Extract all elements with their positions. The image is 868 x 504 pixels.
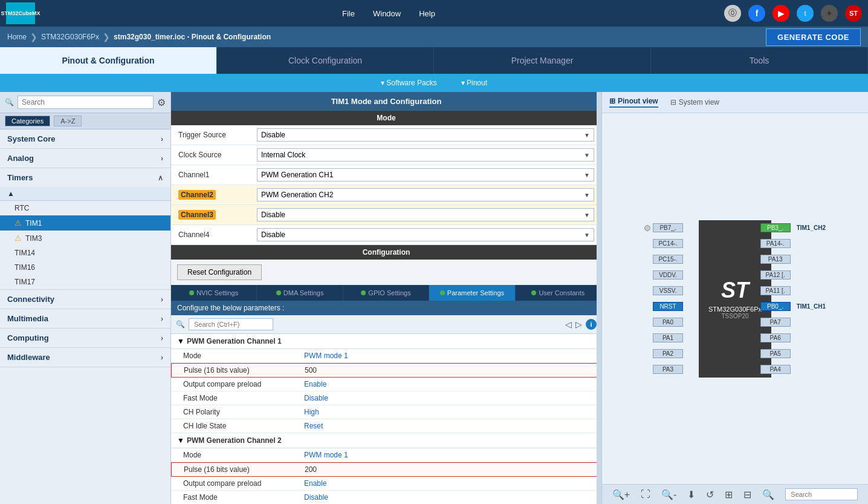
pin-box-pc15: PC15-. [653, 255, 683, 264]
sidebar-item-tim14[interactable]: TIM14 [0, 246, 170, 260]
pwm-ch1-preload-name: Output compare preload [183, 380, 304, 388]
param-right-arrow-icon[interactable]: ▷ [575, 319, 582, 329]
sidebar-group-header-computing[interactable]: Computing › [0, 329, 170, 347]
sub-bar-pinout[interactable]: ▾ Pinout [461, 79, 487, 87]
menu-help[interactable]: Help [419, 9, 435, 18]
pwm-ch1-pulse-row[interactable]: Pulse (16 bits value) 500 [171, 363, 601, 378]
tab-parameter-settings[interactable]: Parameter Settings [429, 285, 515, 301]
reset-configuration-button[interactable]: Reset Configuration [177, 264, 262, 280]
pinout-view-label: Pinout view [618, 97, 658, 105]
generate-code-button[interactable]: GENERATE CODE [766, 28, 861, 46]
icon-st[interactable]: ST [845, 5, 862, 22]
pwm-ch1-polarity-row: CH Polarity High [171, 405, 601, 419]
chip-search-input[interactable] [785, 488, 858, 500]
info-icon[interactable]: i [586, 319, 597, 330]
breadcrumb-device[interactable]: STM32G030F6Px [41, 33, 99, 41]
sidebar-group-header-middleware[interactable]: Middleware › [0, 348, 170, 367]
menu-file[interactable]: File [342, 9, 355, 18]
channel4-select[interactable]: Disable ▼ [257, 228, 594, 241]
icon-anniversary[interactable]: ⓪ [724, 5, 741, 22]
pwm-ch1-pulse-name: Pulse (16 bits value) [184, 366, 305, 375]
channel4-value: Disable [261, 231, 285, 239]
sidebar-item-tim1[interactable]: ⚠ TIM1 [0, 215, 170, 231]
icon-youtube[interactable]: ▶ [772, 5, 789, 22]
sidebar-item-tim17[interactable]: TIM17 [0, 275, 170, 289]
zoom-out-icon[interactable]: 🔍- [661, 489, 676, 500]
icon-network[interactable]: ✦ [821, 5, 838, 22]
chip-search-icon[interactable]: 🔍 [762, 489, 774, 500]
tab-user-constants[interactable]: User Constants [516, 285, 601, 301]
export-icon[interactable]: ⬇ [687, 489, 695, 500]
channel3-highlight: Channel3 [178, 210, 216, 220]
chevron-down-icon-timers: ∧ [158, 174, 163, 182]
dma-dot [276, 290, 281, 295]
breadcrumb-home[interactable]: Home [7, 33, 27, 41]
view-tabs: ⊞ Pinout view ⊟ System view [602, 92, 868, 113]
trigger-source-select[interactable]: Disable ▼ [257, 128, 594, 142]
tab-nvic-settings[interactable]: NVIC Settings [171, 285, 257, 301]
pin-box-pc14: PC14-. [653, 239, 683, 248]
pin-pa4: PA4 [760, 365, 826, 374]
center-scrollbar[interactable] [597, 92, 601, 504]
sidebar-group-header-analog[interactable]: Analog › [0, 149, 170, 168]
pwm-channel1-header[interactable]: ▼ PWM Generation Channel 1 [171, 334, 601, 349]
zoom-in-icon[interactable]: 🔍+ [612, 489, 630, 500]
breadcrumb-file[interactable]: stm32g030_timer.ioc - Pinout & Configura… [114, 33, 271, 41]
sidebar-group-header-system-core[interactable]: System Core › [0, 129, 170, 148]
gpio-dot [361, 290, 366, 295]
channel2-value: PWM Generation CH2 [261, 191, 333, 199]
channel2-highlight: Channel2 [178, 190, 216, 200]
channel1-select[interactable]: PWM Generation CH1 ▼ [257, 168, 594, 182]
layout-icon[interactable]: ⊟ [743, 489, 751, 500]
pin-box-pa11: PA11 [. [760, 286, 791, 295]
pin-box-pa12: PA12 [. [760, 270, 791, 280]
menu-window[interactable]: Window [373, 9, 401, 18]
trigger-source-value: Disable [261, 131, 285, 139]
clock-source-value: Internal Clock [261, 151, 305, 159]
clock-source-row: Clock Source Internal Clock ▼ [171, 145, 601, 165]
grid-icon[interactable]: ⊞ [725, 489, 733, 500]
sidebar-tab-az[interactable]: A->Z [54, 116, 82, 126]
tab-dma-settings[interactable]: DMA Settings [257, 285, 343, 301]
sidebar-group-header-multimedia[interactable]: Multimedia › [0, 309, 170, 328]
sidebar-item-tim3[interactable]: ⚠ TIM3 [0, 231, 170, 246]
channel2-select[interactable]: PWM Generation CH2 ▼ [257, 188, 594, 201]
tab-project-manager[interactable]: Project Manager [434, 47, 651, 74]
icon-facebook[interactable]: f [748, 5, 765, 22]
tab-pinout-configuration[interactable]: Pinout & Configuration [0, 47, 217, 74]
sub-bar-software-packs[interactable]: ▾ Software Packs [381, 79, 437, 87]
pwm-ch2-preload-value: Enable [304, 479, 326, 488]
pwm-channel2-header[interactable]: ▼ PWM Generation Channel 2 [171, 433, 601, 448]
pin-pa2: PA2 [644, 349, 683, 358]
main-content: 🔍 ⚙ Categories A->Z System Core › Analog… [0, 92, 868, 504]
param-search-input[interactable] [189, 318, 273, 330]
fit-screen-icon[interactable]: ⛶ [641, 489, 650, 500]
tab-clock-configuration[interactable]: Clock Configuration [217, 47, 434, 74]
pin-box-pa14: PA14-. [760, 239, 791, 248]
sidebar-item-rtc[interactable]: RTC [0, 201, 170, 215]
pin-dot-pb7 [644, 225, 650, 231]
tab-tools[interactable]: Tools [651, 47, 868, 74]
param-left-arrow-icon[interactable]: ◁ [565, 319, 572, 329]
tab-pinout-view[interactable]: ⊞ Pinout view [609, 97, 658, 108]
sidebar-item-tim16[interactable]: TIM16 [0, 260, 170, 275]
sidebar-gear-icon[interactable]: ⚙ [157, 97, 166, 108]
sidebar-tab-categories[interactable]: Categories [5, 116, 50, 126]
tab-gpio-settings[interactable]: GPIO Settings [343, 285, 429, 301]
menubar: STM32 CubeMX File Window Help ⓪ f ▶ t ✦ … [0, 0, 868, 27]
sub-bar: ▾ Software Packs ▾ Pinout [0, 74, 868, 92]
sidebar-group-header-timers[interactable]: Timers ∧ [0, 168, 170, 187]
sidebar-search-input[interactable] [18, 96, 154, 109]
tab-system-view[interactable]: ⊟ System view [670, 98, 719, 106]
dma-label: DMA Settings [283, 289, 324, 296]
channel3-select[interactable]: Disable ▼ [257, 208, 594, 221]
pin-pb3: PB3_. TIM1_CH2 [760, 223, 826, 232]
icon-twitter[interactable]: t [797, 5, 814, 22]
pwm-ch2-pulse-row[interactable]: Pulse (16 bits value) 200 [171, 462, 601, 477]
sidebar-group-header-connectivity[interactable]: Connectivity › [0, 290, 170, 309]
pwm-ch2-fast-value: Disable [304, 493, 328, 502]
pin-box-pa6: PA6 [760, 333, 791, 342]
channel1-chevron: ▼ [584, 172, 590, 178]
clock-source-select[interactable]: Internal Clock ▼ [257, 148, 594, 162]
rotate-icon[interactable]: ↺ [706, 489, 714, 500]
